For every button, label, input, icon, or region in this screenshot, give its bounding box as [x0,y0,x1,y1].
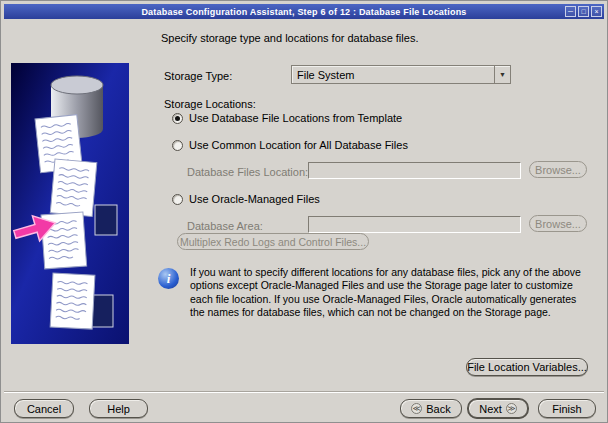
window-title: Database Configuration Assistant, Step 6… [4,7,604,17]
browse-label: Browse... [535,164,581,176]
option-row-template: Use Database File Locations from Templat… [172,112,402,124]
radio-use-template-label: Use Database File Locations from Templat… [189,112,402,124]
storage-locations-label: Storage Locations: [164,98,256,110]
file-location-variables-button[interactable]: File Location Variables... [466,358,588,376]
back-label: Back [426,403,450,415]
sidebar-illustration [11,63,129,344]
document-icon-2 [50,159,97,216]
chevron-down-icon[interactable]: ▼ [494,66,510,83]
option-row-common: Use Common Location for All Database Fil… [172,139,408,151]
minimize-button[interactable]: ─ [565,6,576,17]
database-files-location-label: Database Files Location: [187,166,308,178]
photo-icon [95,205,117,235]
next-chevron-icon: ≫ [506,403,517,414]
option-row-omf: Use Oracle-Managed Files [172,193,320,205]
storage-type-value: File System [292,69,494,81]
radio-use-omf-label: Use Oracle-Managed Files [189,193,320,205]
info-icon: i [158,268,179,289]
maximize-button[interactable]: □ [578,6,589,17]
document-icon-4 [50,273,95,329]
database-area-label: Database Area: [187,220,263,232]
info-text: If you want to specify different locatio… [190,266,589,320]
finish-button[interactable]: Finish [538,399,596,418]
database-files-illustration [11,63,129,344]
minimize-icon: ─ [568,7,573,16]
cancel-button[interactable]: Cancel [14,399,74,418]
radio-use-template[interactable] [172,113,183,124]
window-controls: ─ □ × [565,6,602,17]
finish-label: Finish [552,403,581,415]
radio-selected-dot [175,116,180,121]
storage-type-select[interactable]: File System ▼ [291,65,511,84]
radio-use-common-label: Use Common Location for All Database Fil… [189,139,408,151]
back-chevron-icon: ≪ [411,403,422,414]
help-label: Help [107,403,130,415]
help-button[interactable]: Help [89,399,148,418]
footer-separator [4,391,604,393]
multiplex-redo-logs-button: Multiplex Redo Logs and Control Files... [177,233,369,250]
titlebar[interactable]: Database Configuration Assistant, Step 6… [4,4,604,19]
back-button[interactable]: ≪ Back [400,399,462,418]
database-area-input [308,216,521,233]
close-button[interactable]: × [591,6,602,17]
close-icon: × [594,7,598,16]
browse-database-area-button: Browse... [529,215,587,232]
database-files-location-input [308,162,521,179]
next-button[interactable]: Next ≫ [468,399,528,418]
browse-label: Browse... [535,218,581,230]
radio-use-omf[interactable] [172,194,183,205]
maximize-icon: □ [581,7,585,16]
multiplex-label: Multiplex Redo Logs and Control Files... [180,236,366,248]
cancel-label: Cancel [27,403,61,415]
dbca-wizard-window: Database Configuration Assistant, Step 6… [0,0,608,423]
browse-database-files-button: Browse... [529,161,587,178]
storage-type-label: Storage Type: [164,70,232,82]
radio-use-common[interactable] [172,140,183,151]
instruction-text: Specify storage type and locations for d… [161,32,418,44]
file-location-variables-label: File Location Variables... [467,361,587,373]
next-label: Next [479,403,502,415]
